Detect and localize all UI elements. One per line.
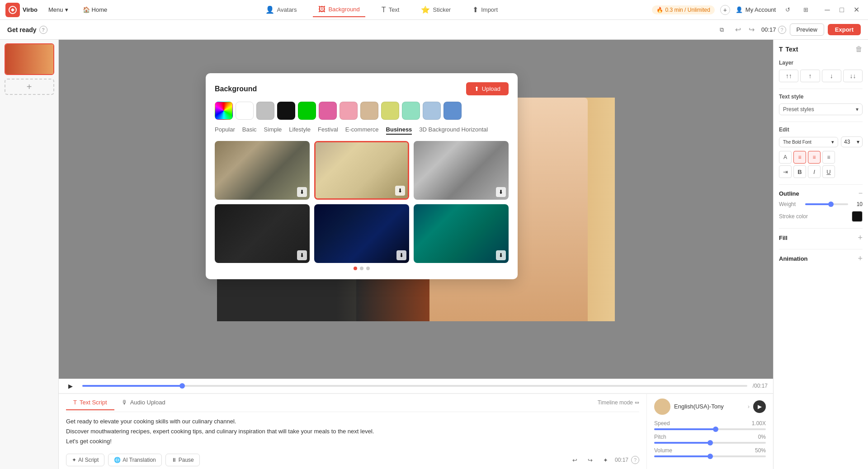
forward-icon[interactable]: ↪ — [584, 454, 597, 466]
ai-translation-button[interactable]: 🌐 AI Translation — [108, 454, 161, 466]
layer-down-button[interactable]: ↓ — [822, 70, 841, 82]
background-popup-header: Background ⬆ Upload — [215, 82, 509, 95]
add-scene-button[interactable]: + — [5, 79, 54, 95]
minimize-button[interactable]: ─ — [821, 4, 834, 16]
upload-button[interactable]: ⬆ Upload — [466, 82, 509, 95]
bg-item-office2[interactable]: ⬇ — [314, 141, 409, 200]
align-right-button[interactable]: ≡ — [808, 151, 821, 164]
fill-add-button[interactable]: + — [858, 233, 863, 243]
voice-arrow[interactable]: › — [748, 403, 750, 410]
align-justify-button[interactable]: ≡ — [822, 151, 835, 164]
voice-avatar — [654, 399, 670, 415]
menu-button[interactable]: Menu ▾ — [45, 5, 72, 15]
format-buttons: ⇥ B I U — [779, 165, 863, 178]
cat-popular[interactable]: Popular — [215, 126, 235, 135]
swatch-lightyellow[interactable] — [381, 102, 399, 120]
swatch-mint[interactable] — [402, 102, 420, 120]
cat-festival[interactable]: Festival — [318, 126, 338, 135]
stroke-color-swatch[interactable] — [852, 211, 863, 222]
background-icon: 🖼 — [318, 5, 326, 14]
account-button[interactable]: 👤 My Account — [736, 6, 776, 13]
add-credit-button[interactable]: + — [720, 5, 730, 15]
timeline-mode[interactable]: Timeline mode ⇔ — [598, 399, 639, 406]
voice-play-button[interactable]: ▶ — [753, 400, 766, 413]
delete-icon[interactable]: 🗑 — [855, 45, 863, 53]
swatch-lightblue[interactable] — [423, 102, 441, 120]
swatch-blue[interactable] — [443, 102, 462, 120]
credit-badge: 🔥 0.3 min / Unlimited — [652, 5, 714, 14]
pitch-slider[interactable] — [654, 442, 766, 444]
bold-button[interactable]: B — [793, 165, 806, 178]
swatch-beige[interactable] — [360, 102, 378, 120]
cat-basic[interactable]: Basic — [242, 126, 257, 135]
thumbnail-1[interactable]: 1 — [5, 43, 54, 75]
swatch-green[interactable] — [298, 102, 316, 120]
dot-3[interactable] — [366, 267, 370, 270]
settings-icon[interactable]: ↺ — [781, 4, 794, 16]
script-help-icon[interactable]: ? — [631, 456, 639, 464]
dot-2[interactable] — [360, 267, 363, 270]
cat-ecommerce[interactable]: E-commerce — [345, 126, 379, 135]
home-button[interactable]: 🏠 Home — [79, 5, 111, 15]
progress-thumb[interactable] — [179, 383, 185, 389]
nav-text[interactable]: T Text — [376, 3, 405, 17]
italic-button[interactable]: I — [808, 165, 821, 178]
align-center-button[interactable]: ≡ — [793, 151, 806, 164]
nav-background[interactable]: 🖼 Background — [313, 3, 365, 17]
bg-item-office1[interactable]: ⬇ — [215, 141, 310, 200]
underline-button[interactable]: U — [822, 165, 835, 178]
background-popup: Background ⬆ Upload — [206, 73, 518, 279]
bg-item-dark1[interactable]: ⬇ — [215, 204, 310, 263]
preview-button[interactable]: Preview — [790, 23, 824, 36]
indent-button[interactable]: ⇥ — [779, 165, 792, 178]
layer-up-button[interactable]: ↑ — [800, 70, 820, 82]
divider-1 — [779, 89, 863, 89]
swatch-lightpink[interactable] — [340, 102, 358, 120]
layer-icon[interactable]: ⧉ — [715, 23, 728, 36]
font-select[interactable]: The Bold Font ▾ — [779, 137, 838, 147]
ai-script-button[interactable]: ✦ AI Script — [66, 454, 104, 466]
reply-icon[interactable]: ↩ — [569, 454, 581, 466]
star-icon[interactable]: ✦ — [599, 454, 612, 466]
outline-collapse[interactable]: − — [859, 189, 863, 197]
swatch-gradient[interactable] — [215, 102, 233, 120]
bg-item-data1[interactable]: ⬇ — [314, 204, 409, 263]
swatch-white[interactable] — [236, 102, 254, 120]
swatch-lightgray[interactable] — [256, 102, 274, 120]
nav-sticker[interactable]: ⭐ Sticker — [415, 3, 456, 17]
font-size-input[interactable]: 43 ▾ — [841, 136, 863, 147]
play-button[interactable]: ▶ — [64, 380, 77, 392]
animation-add-button[interactable]: + — [858, 254, 863, 263]
layer-bottom-button[interactable]: ↓↓ — [843, 70, 863, 82]
swatch-pink[interactable] — [319, 102, 337, 120]
redo-button[interactable]: ↪ — [745, 23, 758, 36]
cat-business[interactable]: Business — [386, 126, 412, 135]
speed-slider[interactable] — [654, 428, 766, 430]
maximize-button[interactable]: □ — [835, 4, 848, 16]
volume-slider[interactable] — [654, 455, 766, 457]
align-left-button[interactable]: A — [779, 151, 792, 164]
close-button[interactable]: ✕ — [850, 4, 863, 16]
tab-audio-upload[interactable]: 🎙 Audio Upload — [114, 395, 173, 410]
cat-lifestyle[interactable]: Lifestyle — [289, 126, 311, 135]
nav-import[interactable]: ⬆ Import — [467, 3, 503, 17]
nav-avatars[interactable]: 👤 Avatars — [260, 3, 302, 17]
bg-item-teal[interactable]: ⬇ — [414, 204, 509, 263]
preset-styles-select[interactable]: Preset styles ▾ — [779, 103, 863, 115]
dot-1[interactable] — [354, 267, 357, 270]
cat-3d-background[interactable]: 3D Background Horizontal — [419, 126, 488, 135]
undo-button[interactable]: ↩ — [731, 23, 744, 36]
tab-text-script[interactable]: T Text Script — [66, 395, 114, 410]
weight-slider[interactable] — [805, 203, 848, 205]
export-button[interactable]: Export — [828, 24, 861, 35]
bg-item-office3[interactable]: ⬇ — [414, 141, 509, 200]
download-icon: ⬇ — [395, 186, 405, 196]
help-icon[interactable]: ? — [39, 26, 47, 34]
progress-track[interactable] — [82, 385, 747, 387]
pause-button[interactable]: ⏸ Pause — [165, 454, 200, 466]
cat-simple[interactable]: Simple — [264, 126, 282, 135]
time-help-icon[interactable]: ? — [778, 26, 786, 34]
swatch-black[interactable] — [277, 102, 295, 120]
layer-top-button[interactable]: ↑↑ — [779, 70, 798, 82]
grid-icon[interactable]: ⊞ — [799, 4, 812, 16]
